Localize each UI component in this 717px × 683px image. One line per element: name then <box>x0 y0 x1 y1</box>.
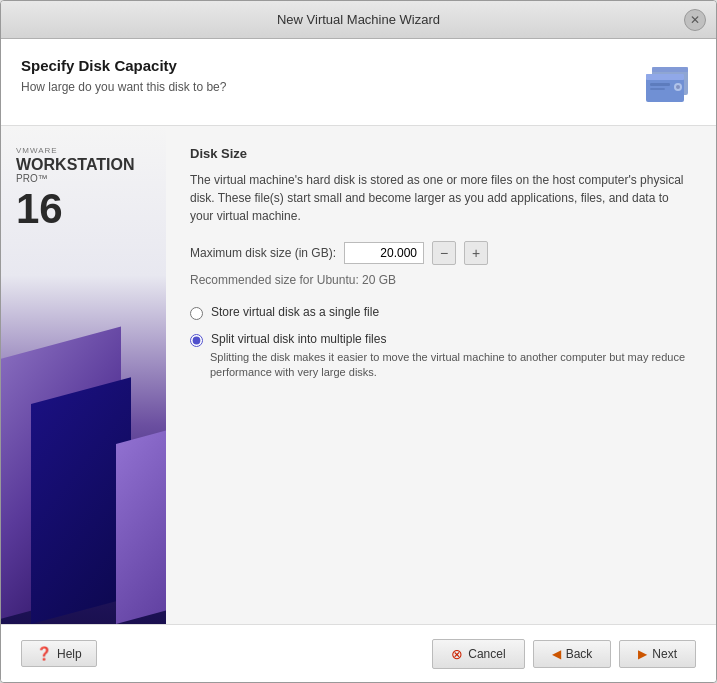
back-button[interactable]: ◀ Back <box>533 640 612 668</box>
footer-left: ❓ Help <box>21 640 97 667</box>
sidebar-decoration <box>1 344 166 624</box>
disk-size-input[interactable] <box>344 242 424 264</box>
radio-option-multiple: Split virtual disk into multiple files <box>190 332 692 347</box>
product-name: WORKSTATION <box>16 157 135 173</box>
back-icon: ◀ <box>552 647 561 661</box>
decrement-button[interactable]: − <box>432 241 456 265</box>
cancel-label: Cancel <box>468 647 505 661</box>
svg-rect-5 <box>650 88 665 90</box>
next-icon: ▶ <box>638 647 647 661</box>
radio-group: Store virtual disk as a single file Spli… <box>190 305 692 381</box>
header-text: Specify Disk Capacity How large do you w… <box>21 57 226 94</box>
help-label: Help <box>57 647 82 661</box>
increment-button[interactable]: + <box>464 241 488 265</box>
sidebar: VMWARE WORKSTATION PRO™ 16 <box>1 126 166 624</box>
svg-rect-3 <box>646 74 684 80</box>
page-subtitle: How large do you want this disk to be? <box>21 80 226 94</box>
close-button[interactable]: ✕ <box>684 9 706 31</box>
single-file-label[interactable]: Store virtual disk as a single file <box>211 305 379 319</box>
help-button[interactable]: ❓ Help <box>21 640 97 667</box>
version-number: 16 <box>16 188 63 230</box>
disk-size-heading: Disk Size <box>190 146 692 161</box>
cancel-button[interactable]: ⊗ Cancel <box>432 639 524 669</box>
footer-right: ⊗ Cancel ◀ Back ▶ Next <box>432 639 696 669</box>
back-label: Back <box>566 647 593 661</box>
cancel-icon: ⊗ <box>451 646 463 662</box>
footer: ❓ Help ⊗ Cancel ◀ Back ▶ Next <box>1 624 716 682</box>
multiple-files-description: Splitting the disk makes it easier to mo… <box>210 350 692 381</box>
help-icon: ❓ <box>36 646 52 661</box>
pro-label: PRO™ <box>16 173 48 184</box>
recommended-text: Recommended size for Ubuntu: 20 GB <box>190 273 692 287</box>
disk-size-section: Disk Size The virtual machine's hard dis… <box>190 146 692 381</box>
svg-rect-1 <box>652 67 688 72</box>
disk-input-row: Maximum disk size (in GB): − + <box>190 241 692 265</box>
disk-icon <box>640 57 696 113</box>
content-area: VMWARE WORKSTATION PRO™ 16 Disk Size The… <box>1 126 716 624</box>
next-label: Next <box>652 647 677 661</box>
svg-rect-4 <box>650 83 670 86</box>
title-bar: New Virtual Machine Wizard ✕ <box>1 1 716 39</box>
disk-size-description: The virtual machine's hard disk is store… <box>190 171 692 225</box>
radio-option-multiple-container: Split virtual disk into multiple files S… <box>190 332 692 381</box>
radio-option-single: Store virtual disk as a single file <box>190 305 692 320</box>
window-title: New Virtual Machine Wizard <box>277 12 440 27</box>
single-file-radio[interactable] <box>190 307 203 320</box>
svg-point-7 <box>676 85 680 89</box>
vmware-label: VMWARE <box>16 146 58 155</box>
multiple-files-label[interactable]: Split virtual disk into multiple files <box>211 332 386 346</box>
main-content: Disk Size The virtual machine's hard dis… <box>166 126 716 624</box>
header-section: Specify Disk Capacity How large do you w… <box>1 39 716 126</box>
disk-input-label: Maximum disk size (in GB): <box>190 246 336 260</box>
next-button[interactable]: ▶ Next <box>619 640 696 668</box>
wizard-window: New Virtual Machine Wizard ✕ Specify Dis… <box>0 0 717 683</box>
multiple-files-radio[interactable] <box>190 334 203 347</box>
page-title: Specify Disk Capacity <box>21 57 226 74</box>
